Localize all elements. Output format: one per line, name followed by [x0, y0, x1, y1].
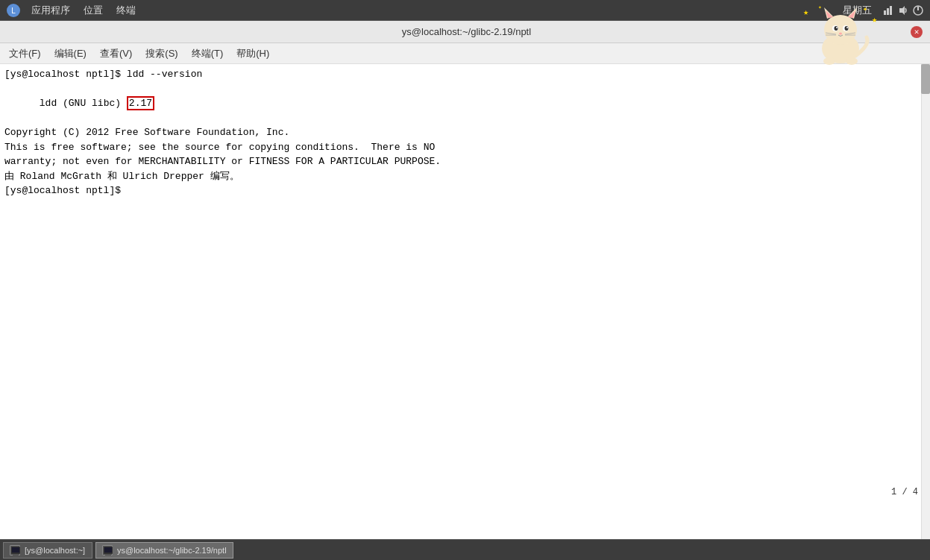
menu-edit[interactable]: 编辑(E) [48, 45, 92, 62]
svg-rect-36 [104, 547, 112, 553]
terminal-titlebar: ys@localhost:~/glibc-2.19/nptl ✕ [0, 21, 930, 43]
scrollbar-thumb[interactable] [921, 64, 930, 94]
close-button[interactable]: ✕ [911, 26, 923, 38]
menu-terminal[interactable]: 终端(T) [186, 45, 230, 62]
svg-rect-34 [13, 555, 19, 556]
terminal-line-6: 由 Roland McGrath 和 Ulrich Drepper 编写。 [4, 169, 926, 184]
terminal-line-4: This is free software; see the source fo… [4, 140, 926, 155]
terminal-window: ys@localhost:~/glibc-2.19/nptl ✕ 文件(F) 编… [0, 21, 930, 539]
svg-text:L: L [11, 7, 16, 15]
taskbar-label-2: ys@localhost:~/glibc-2.19/nptl [117, 546, 227, 555]
taskbar-icon-1 [10, 545, 20, 556]
svg-marker-5 [899, 6, 905, 15]
terminal-menubar: 文件(F) 编辑(E) 查看(V) 搜索(S) 终端(T) 帮助(H) [0, 43, 930, 64]
terminal-line-2: ldd (GNU libc) 2.17 [4, 82, 926, 126]
power-icon[interactable] [912, 4, 924, 16]
version-highlight: 2.17 [127, 96, 154, 110]
svg-rect-32 [12, 547, 19, 553]
svg-rect-2 [884, 10, 886, 15]
system-topbar: L 应用程序 位置 终端 星期五 [0, 0, 930, 21]
taskbar-icon-2 [102, 545, 113, 556]
system-icon[interactable]: L [6, 3, 21, 18]
taskbar: [ys@localhost:~] ys@localhost:~/glibc-2.… [0, 539, 930, 560]
terminal-line-1: [ys@localhost nptl]$ ldd --version [4, 67, 926, 82]
terminal-line-3: Copyright (C) 2012 Free Software Foundat… [4, 125, 926, 140]
menu-file[interactable]: 文件(F) [3, 45, 47, 62]
topbar-left: L 应用程序 位置 终端 [6, 2, 142, 19]
taskbar-label-1: [ys@localhost:~] [25, 546, 85, 555]
terminal-line-5: warranty; not even for MERCHANTABILITY o… [4, 154, 926, 169]
svg-rect-33 [14, 554, 17, 555]
page-indicator: 1 / 4 [891, 487, 918, 497]
terminal-title: ys@localhost:~/glibc-2.19/nptl [22, 26, 911, 37]
terminal-line-7: [ys@localhost nptl]$ [4, 183, 926, 198]
scrollbar[interactable] [921, 64, 930, 539]
network-icon[interactable] [882, 4, 894, 16]
clock: 星期五 [843, 4, 872, 17]
svg-rect-38 [105, 555, 111, 556]
terminal-menu-top[interactable]: 终端 [110, 2, 142, 19]
svg-rect-37 [107, 554, 110, 555]
terminal-content[interactable]: [ys@localhost nptl]$ ldd --version ldd (… [0, 64, 930, 539]
taskbar-item-2[interactable]: ys@localhost:~/glibc-2.19/nptl [95, 542, 233, 559]
menu-help[interactable]: 帮助(H) [230, 45, 275, 62]
taskbar-item-1[interactable]: [ys@localhost:~] [3, 542, 92, 559]
apps-menu[interactable]: 应用程序 [25, 2, 76, 19]
volume-icon[interactable] [897, 4, 909, 16]
svg-rect-4 [890, 6, 892, 15]
menu-search[interactable]: 搜索(S) [139, 45, 183, 62]
location-menu[interactable]: 位置 [78, 2, 109, 19]
topbar-right: 星期五 [843, 4, 924, 17]
menu-view[interactable]: 查看(V) [94, 45, 138, 62]
line2-prefix: ldd (GNU libc) [40, 98, 127, 109]
svg-rect-3 [887, 8, 889, 15]
